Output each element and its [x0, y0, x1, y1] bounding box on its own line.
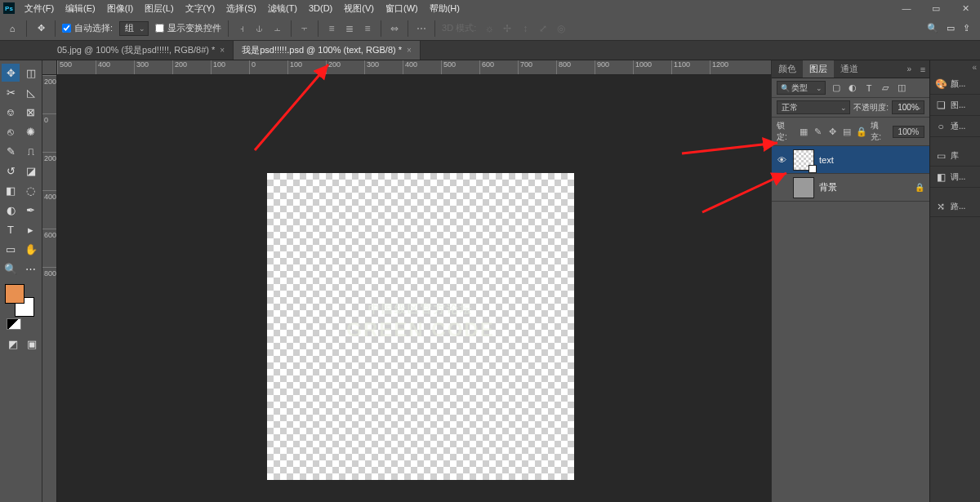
layer-name[interactable]: 背景 — [819, 181, 910, 193]
default-colors-icon[interactable] — [7, 318, 21, 330]
layer-row-background[interactable]: 背景 🔒 — [772, 174, 929, 202]
more-options-icon[interactable]: ⋯ — [415, 22, 428, 35]
quickmask-icon[interactable]: ◩ — [5, 335, 22, 353]
polygonal-lasso-tool-icon[interactable]: ◺ — [22, 83, 40, 101]
menu-select[interactable]: 选择(S) — [221, 1, 261, 16]
clone-stamp-tool-icon[interactable]: ⎍ — [22, 142, 40, 160]
menu-window[interactable]: 窗口(W) — [381, 1, 423, 16]
show-transform-controls-checkbox[interactable]: 显示变换控件 — [155, 22, 221, 34]
document-canvas[interactable]: 中国级区官方论坛 GREEN CODE — [267, 173, 574, 480]
lasso-tool-icon[interactable]: ✂ — [2, 83, 20, 101]
distribute-hspace-icon[interactable]: ⇔ — [388, 22, 401, 35]
dodge-tool-icon[interactable]: ◐ — [2, 201, 20, 219]
strip-adjustments[interactable]: ◧调... — [930, 167, 980, 188]
distribute-vcenter-icon[interactable]: ≣ — [343, 22, 356, 35]
panel-collapse-icon[interactable]: » — [902, 60, 916, 78]
layers-panel-tab[interactable]: 图层 — [803, 60, 834, 78]
canvas-text-layer[interactable]: 中国级区官方论坛 GREEN CODE — [267, 302, 574, 341]
layer-filter-dropdown[interactable]: 类型 — [777, 81, 826, 95]
menu-help[interactable]: 帮助(H) — [425, 1, 465, 16]
lock-position-icon[interactable]: ✥ — [827, 126, 839, 137]
auto-select-target-dropdown[interactable]: 组 — [119, 21, 149, 36]
home-icon[interactable]: ⌂ — [5, 21, 20, 36]
edit-toolbar-icon[interactable]: ⋯ — [22, 260, 40, 278]
horizontal-ruler[interactable]: 500 400 300 200 100 0 100 200 300 400 50… — [57, 60, 771, 75]
hand-tool-icon[interactable]: ✋ — [22, 240, 40, 258]
menu-3d[interactable]: 3D(D) — [304, 2, 337, 15]
color-panel-tab[interactable]: 颜色 — [772, 60, 803, 78]
search-icon[interactable]: 🔍 — [927, 23, 938, 33]
strip-libraries[interactable]: ▭库 — [930, 145, 980, 167]
blur-tool-icon[interactable]: ◌ — [22, 181, 40, 199]
type-tool-icon[interactable]: T — [2, 220, 20, 238]
color-swatches[interactable] — [5, 284, 38, 317]
filter-smart-icon[interactable]: ◫ — [896, 82, 907, 94]
window-maximize-icon[interactable]: ▭ — [921, 0, 951, 16]
lock-artboard-icon[interactable]: ▤ — [842, 126, 853, 137]
gradient-tool-icon[interactable]: ◧ — [2, 181, 20, 199]
filter-pixel-icon[interactable]: ▢ — [831, 82, 842, 94]
crop-tool-icon[interactable]: ⎊ — [2, 103, 20, 121]
distribute-bottom-icon[interactable]: ≡ — [361, 22, 374, 35]
strip-channels[interactable]: ○通... — [930, 116, 980, 137]
strip-collapse-icon[interactable]: « — [930, 60, 980, 73]
document-tab-1[interactable]: 05.jpg @ 100% (我是psd!!!!!, RGB/8#) * × — [49, 41, 234, 60]
opacity-field[interactable]: 100% — [892, 100, 924, 114]
lock-pixels-icon[interactable]: ▦ — [798, 126, 809, 137]
panel-menu-icon[interactable]: ≡ — [916, 60, 929, 78]
menu-file[interactable]: 文件(F) — [20, 1, 59, 16]
ruler-origin[interactable] — [42, 60, 57, 75]
strip-color[interactable]: 🎨颜... — [930, 73, 980, 95]
align-horizontal-centers-icon[interactable]: ⫝ — [253, 22, 266, 35]
blend-mode-dropdown[interactable]: 正常 — [777, 100, 850, 114]
arrange-documents-icon[interactable]: ▭ — [947, 23, 955, 33]
menu-image[interactable]: 图像(I) — [102, 1, 138, 16]
channels-panel-tab[interactable]: 通道 — [834, 60, 865, 78]
frame-tool-icon[interactable]: ⊠ — [22, 103, 40, 121]
lock-brush-icon[interactable]: ✎ — [813, 126, 824, 137]
layer-row-text[interactable]: 👁 text — [772, 146, 929, 174]
filter-type-icon[interactable]: T — [863, 82, 875, 94]
zoom-tool-icon[interactable]: 🔍 — [2, 260, 20, 278]
filter-adjustment-icon[interactable]: ◐ — [847, 82, 858, 94]
pen-tool-icon[interactable]: ✒ — [22, 201, 40, 219]
layer-thumbnail[interactable] — [793, 177, 814, 198]
lock-all-icon[interactable]: 🔒 — [856, 126, 867, 137]
rectangle-tool-icon[interactable]: ▭ — [2, 240, 20, 258]
menu-type[interactable]: 文字(Y) — [180, 1, 220, 16]
canvas-area[interactable]: 500 400 300 200 100 0 100 200 300 400 50… — [42, 60, 771, 502]
foreground-swatch[interactable] — [5, 284, 24, 304]
align-right-edges-icon[interactable]: ⫠ — [271, 22, 284, 35]
fill-field[interactable]: 100% — [893, 126, 924, 138]
eyedropper-tool-icon[interactable]: ⎋ — [2, 122, 20, 140]
history-brush-tool-icon[interactable]: ↺ — [2, 162, 20, 180]
move-tool-icon[interactable]: ✥ — [33, 21, 48, 36]
path-selection-tool-icon[interactable]: ▸ — [22, 220, 40, 238]
strip-swatches[interactable]: ❏图... — [930, 95, 980, 116]
menu-view[interactable]: 视图(V) — [339, 1, 379, 16]
share-icon[interactable]: ⇪ — [963, 23, 970, 33]
layer-name[interactable]: text — [819, 155, 926, 165]
window-minimize-icon[interactable]: — — [892, 0, 921, 16]
spot-healing-tool-icon[interactable]: ✺ — [22, 122, 40, 140]
brush-tool-icon[interactable]: ✎ — [2, 142, 20, 160]
distribute-top-icon[interactable]: ≡ — [325, 22, 338, 35]
window-close-icon[interactable]: ✕ — [951, 0, 980, 16]
marquee-tool-icon[interactable]: ◫ — [22, 64, 40, 82]
filter-shape-icon[interactable]: ▱ — [880, 82, 891, 94]
document-tab-2[interactable]: 我是psd!!!!!.psd @ 100% (text, RGB/8) * × — [234, 41, 421, 60]
vertical-ruler[interactable]: 200 0 200 400 600 800 — [42, 75, 57, 502]
visibility-toggle-icon[interactable]: 👁 — [775, 155, 788, 165]
menu-edit[interactable]: 编辑(E) — [60, 1, 100, 16]
menu-filter[interactable]: 滤镜(T) — [263, 1, 302, 16]
auto-select-checkbox[interactable]: 自动选择: — [62, 22, 113, 34]
move-tool-icon[interactable]: ✥ — [2, 64, 20, 82]
menu-layer[interactable]: 图层(L) — [140, 1, 178, 16]
strip-paths[interactable]: ⤭路... — [930, 196, 980, 217]
close-tab-icon[interactable]: × — [220, 46, 225, 55]
align-left-edges-icon[interactable]: ⫞ — [235, 22, 248, 35]
layer-thumbnail[interactable] — [793, 149, 814, 171]
screen-mode-icon[interactable]: ▣ — [24, 335, 41, 353]
align-top-icon[interactable]: ⫟ — [298, 22, 311, 35]
close-tab-icon[interactable]: × — [407, 46, 412, 55]
